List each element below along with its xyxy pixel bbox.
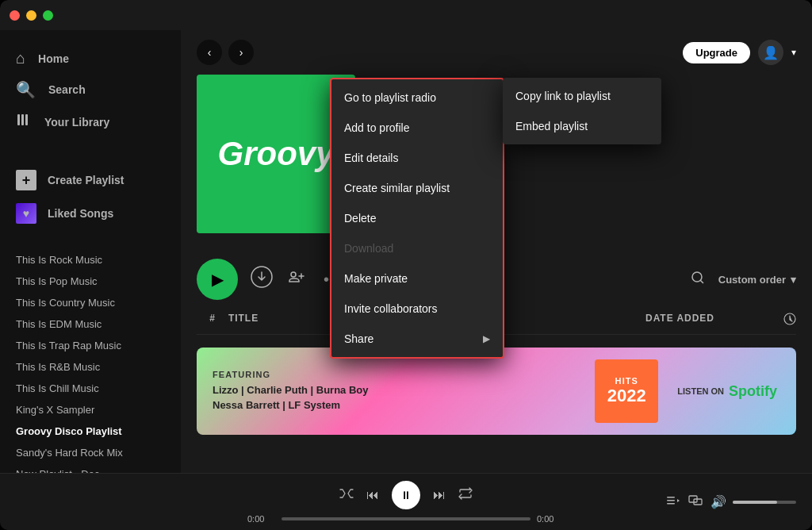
- sidebar-nav: ⌂ Home 🔍 Search Your Library: [0, 30, 181, 144]
- context-menu-share[interactable]: Share ▶: [331, 324, 503, 354]
- progress-track[interactable]: [282, 517, 530, 520]
- repeat-button[interactable]: [458, 486, 473, 504]
- svg-rect-2: [25, 114, 28, 125]
- sidebar-playlist-country[interactable]: This Is Country Music: [6, 292, 174, 313]
- sidebar-item-home[interactable]: ⌂ Home: [6, 43, 174, 74]
- plus-icon: +: [16, 170, 36, 190]
- svg-rect-8: [667, 500, 675, 501]
- sidebar-playlist-rnb[interactable]: This Is R&B Music: [6, 356, 174, 378]
- queue-button[interactable]: [666, 494, 680, 511]
- context-menu-delete[interactable]: Delete: [331, 203, 503, 233]
- share-embed-playlist[interactable]: Embed playlist: [503, 111, 661, 141]
- sidebar-playlist-sandy[interactable]: Sandy's Hard Rock Mix: [6, 442, 174, 463]
- sidebar-playlist-kings[interactable]: King's X Sampler: [6, 399, 174, 421]
- player-right: 🔊: [590, 494, 796, 511]
- close-button[interactable]: [10, 10, 20, 21]
- previous-button[interactable]: ⏮: [366, 488, 379, 502]
- main-layout: ⌂ Home 🔍 Search Your Library: [0, 30, 812, 473]
- create-playlist-label: Create Playlist: [48, 174, 124, 186]
- player-center: ⏮ ⏸ ⏭ 0:00 0:00: [222, 481, 590, 524]
- sidebar-library-actions: + Create Playlist ♥ Liked Songs: [0, 157, 181, 233]
- progress-bar[interactable]: 0:00 0:00: [247, 514, 565, 524]
- context-menu-add-to-profile[interactable]: Add to profile: [331, 113, 503, 143]
- context-menu-edit-details[interactable]: Edit details: [331, 143, 503, 173]
- context-menu-invite-collaborators[interactable]: Invite collaborators: [331, 294, 503, 324]
- progress-current-time: 0:00: [247, 514, 275, 524]
- context-menu-download: Download: [331, 233, 503, 263]
- sidebar-playlist-rock[interactable]: This Is Rock Music: [6, 249, 174, 271]
- home-icon: ⌂: [16, 49, 25, 67]
- sidebar-playlist-groovy[interactable]: Groovy Disco Playlist: [6, 421, 174, 442]
- context-menu-create-similar[interactable]: Create similar playlist: [331, 173, 503, 203]
- context-menu-make-private[interactable]: Make private: [331, 263, 503, 294]
- search-icon: 🔍: [16, 80, 36, 99]
- share-arrow-icon: ▶: [483, 333, 490, 344]
- shuffle-button[interactable]: [339, 486, 354, 504]
- create-playlist-button[interactable]: + Create Playlist: [6, 163, 174, 197]
- sidebar-playlist-pop[interactable]: This Is Pop Music: [6, 271, 174, 292]
- svg-rect-1: [21, 114, 24, 125]
- context-menu-overlay[interactable]: Go to playlist radio Add to profile Edit…: [181, 30, 812, 473]
- device-button[interactable]: [688, 494, 703, 511]
- bottom-player: ⏮ ⏸ ⏭ 0:00 0:00: [0, 473, 812, 530]
- sidebar-item-search[interactable]: 🔍 Search: [6, 74, 174, 106]
- context-menu: Go to playlist radio Add to profile Edit…: [330, 78, 504, 359]
- sidebar-item-library[interactable]: Your Library: [6, 106, 174, 138]
- sidebar: ⌂ Home 🔍 Search Your Library: [0, 30, 181, 473]
- player-play-button[interactable]: ⏸: [392, 481, 420, 509]
- sidebar-playlist-edm[interactable]: This Is EDM Music: [6, 313, 174, 335]
- volume-button[interactable]: 🔊: [710, 494, 726, 509]
- context-menu-go-to-radio[interactable]: Go to playlist radio: [331, 83, 503, 113]
- sidebar-item-label: Search: [48, 83, 86, 96]
- sidebar-playlists: This Is Rock Music This Is Pop Music Thi…: [0, 246, 181, 473]
- sidebar-item-label: Home: [38, 52, 69, 65]
- volume-area: 🔊: [710, 494, 796, 509]
- minimize-button[interactable]: [26, 10, 36, 21]
- volume-bar[interactable]: [733, 501, 796, 504]
- sidebar-playlist-chill[interactable]: This Is Chill Music: [6, 378, 174, 399]
- svg-rect-7: [667, 497, 675, 498]
- library-icon: [16, 112, 32, 132]
- next-button[interactable]: ⏭: [433, 488, 446, 502]
- sidebar-playlist-new-dec[interactable]: New Playlist - Dec: [6, 463, 174, 473]
- titlebar: [0, 0, 812, 30]
- content-area: ‹ › Upgrade 👤 ▾ Groovy ▶: [181, 30, 812, 473]
- share-copy-link[interactable]: Copy link to playlist: [503, 81, 661, 111]
- maximize-button[interactable]: [43, 10, 53, 21]
- svg-rect-9: [667, 503, 675, 505]
- svg-rect-0: [17, 114, 20, 125]
- share-submenu: Copy link to playlist Embed playlist: [503, 78, 661, 144]
- liked-songs-button[interactable]: ♥ Liked Songs: [6, 197, 174, 230]
- volume-fill: [733, 501, 777, 504]
- heart-icon: ♥: [16, 203, 36, 224]
- sidebar-item-label: Your Library: [44, 116, 109, 129]
- player-controls: ⏮ ⏸ ⏭: [339, 481, 473, 509]
- liked-songs-label: Liked Songs: [48, 207, 113, 220]
- progress-total-time: 0:00: [537, 514, 565, 524]
- sidebar-playlist-trap[interactable]: This Is Trap Rap Music: [6, 335, 174, 356]
